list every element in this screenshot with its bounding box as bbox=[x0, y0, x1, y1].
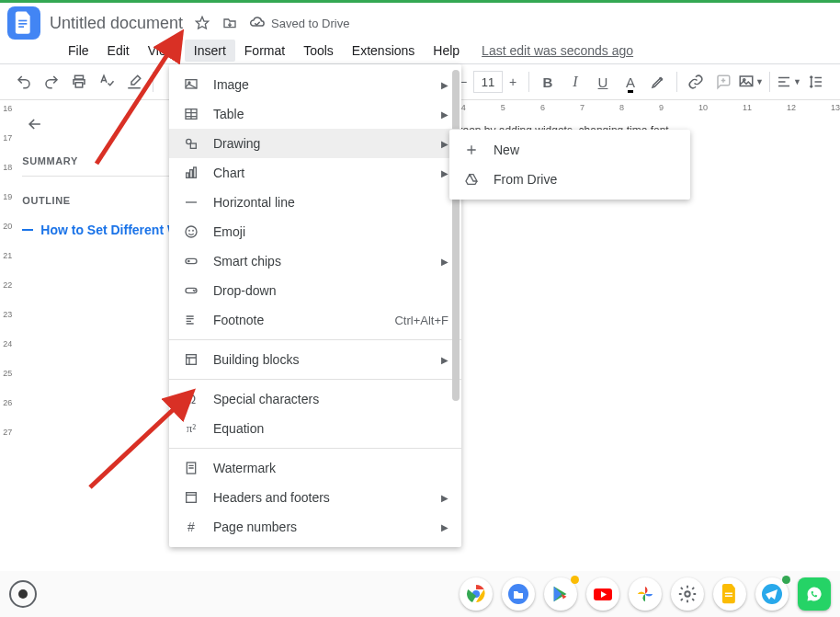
svg-rect-19 bbox=[186, 258, 197, 263]
highlight-button[interactable] bbox=[645, 69, 671, 95]
insert-image-button[interactable]: ▼ bbox=[738, 69, 764, 95]
insert-equation-item[interactable]: π²Equation bbox=[169, 414, 461, 443]
menu-extensions[interactable]: Extensions bbox=[343, 40, 424, 62]
svg-rect-32 bbox=[725, 593, 732, 594]
svg-point-20 bbox=[188, 260, 189, 261]
app-telegram[interactable] bbox=[755, 577, 789, 611]
hash-icon: # bbox=[182, 520, 200, 534]
app-photos[interactable] bbox=[629, 577, 662, 611]
menu-insert[interactable]: Insert bbox=[185, 40, 235, 62]
dropdown-icon bbox=[182, 283, 200, 298]
annotation-arrow-specialchars bbox=[83, 395, 193, 497]
insert-drawing-item[interactable]: Drawing▶ bbox=[169, 129, 461, 158]
footnote-icon bbox=[182, 313, 200, 327]
svg-line-26 bbox=[90, 408, 175, 487]
redo-button[interactable] bbox=[39, 69, 64, 95]
svg-rect-0 bbox=[18, 20, 27, 22]
app-play[interactable] bbox=[544, 577, 577, 611]
insert-chart-item[interactable]: Chart▶ bbox=[169, 158, 461, 188]
star-icon[interactable] bbox=[194, 15, 210, 31]
insert-image-item[interactable]: Image▶ bbox=[169, 70, 461, 99]
drawing-new-item[interactable]: New bbox=[449, 135, 690, 165]
insert-hr-item[interactable]: Horizontal line bbox=[169, 188, 461, 217]
building-icon bbox=[182, 352, 200, 367]
insert-link-button[interactable] bbox=[683, 69, 709, 95]
drive-icon bbox=[462, 172, 481, 187]
align-button[interactable]: ▼ bbox=[776, 69, 801, 95]
plus-icon bbox=[462, 143, 481, 157]
drawing-submenu: New From Drive bbox=[449, 130, 690, 200]
insert-dropdown-item[interactable]: Drop-down bbox=[169, 276, 461, 305]
svg-rect-15 bbox=[194, 167, 197, 177]
insert-buildingblocks-item[interactable]: Building blocks▶ bbox=[169, 345, 461, 374]
undo-button[interactable] bbox=[11, 69, 37, 95]
menu-help[interactable]: Help bbox=[424, 40, 469, 62]
vertical-ruler: 161718192021222324252627 bbox=[0, 100, 15, 571]
svg-point-17 bbox=[189, 230, 190, 231]
docs-logo[interactable] bbox=[7, 6, 40, 40]
svg-point-16 bbox=[186, 226, 197, 237]
last-edit-link[interactable]: Last edit was seconds ago bbox=[482, 43, 633, 58]
cloud-icon bbox=[249, 15, 266, 31]
app-chrome[interactable] bbox=[460, 577, 493, 611]
bold-button[interactable]: B bbox=[535, 69, 561, 95]
line-spacing-button[interactable] bbox=[803, 69, 829, 95]
drawing-fromdrive-item[interactable]: From Drive bbox=[449, 165, 690, 194]
insert-smartchips-item[interactable]: Smart chips▶ bbox=[169, 246, 461, 276]
insert-footnote-item[interactable]: FootnoteCtrl+Alt+F bbox=[169, 305, 461, 335]
title-bar: Untitled document Saved to Drive bbox=[0, 3, 840, 38]
outline-marker bbox=[22, 229, 33, 231]
menu-format[interactable]: Format bbox=[235, 40, 294, 62]
launcher-button[interactable] bbox=[9, 580, 37, 608]
svg-rect-5 bbox=[75, 83, 83, 87]
svg-rect-1 bbox=[18, 23, 27, 25]
svg-marker-3 bbox=[196, 17, 208, 29]
svg-rect-12 bbox=[190, 143, 196, 148]
annotation-arrow-insert bbox=[87, 44, 188, 173]
insert-headersfooters-item[interactable]: Headers and footers▶ bbox=[169, 483, 461, 512]
app-youtube[interactable] bbox=[586, 577, 619, 611]
svg-line-25 bbox=[96, 53, 168, 164]
document-title[interactable]: Untitled document bbox=[50, 14, 183, 33]
svg-rect-22 bbox=[187, 355, 197, 365]
underline-button[interactable]: U bbox=[590, 69, 616, 95]
italic-button[interactable]: I bbox=[562, 69, 588, 95]
font-size-increase[interactable]: + bbox=[503, 71, 523, 93]
app-files[interactable] bbox=[502, 577, 535, 611]
text-color-button[interactable]: A bbox=[618, 69, 643, 95]
menu-tools[interactable]: Tools bbox=[294, 40, 343, 62]
insert-menu-dropdown: Image▶ Table▶ Drawing▶ Chart▶ Horizontal… bbox=[169, 64, 461, 547]
svg-point-18 bbox=[193, 230, 194, 231]
smartchip-icon bbox=[182, 254, 200, 269]
app-settings[interactable] bbox=[671, 577, 704, 611]
line-icon bbox=[182, 195, 200, 210]
font-size-control: − 11 + bbox=[453, 71, 523, 93]
svg-rect-13 bbox=[187, 173, 189, 177]
save-status-text: Saved to Drive bbox=[271, 17, 349, 30]
insert-specialchars-item[interactable]: ΩSpecial characters bbox=[169, 384, 461, 414]
svg-rect-14 bbox=[190, 170, 193, 178]
svg-rect-2 bbox=[18, 26, 24, 28]
insert-pagenumbers-item[interactable]: #Page numbers▶ bbox=[169, 512, 461, 542]
add-comment-button[interactable] bbox=[710, 69, 736, 95]
svg-rect-4 bbox=[75, 75, 84, 79]
save-status[interactable]: Saved to Drive bbox=[249, 15, 349, 31]
app-whatsapp[interactable] bbox=[798, 577, 831, 611]
move-icon[interactable] bbox=[221, 15, 238, 31]
svg-rect-33 bbox=[725, 595, 732, 596]
font-size-value[interactable]: 11 bbox=[473, 71, 503, 93]
insert-table-item[interactable]: Table▶ bbox=[169, 99, 461, 129]
insert-watermark-item[interactable]: Watermark bbox=[169, 453, 461, 483]
svg-point-31 bbox=[685, 591, 690, 597]
emoji-icon bbox=[182, 224, 200, 239]
app-docs[interactable] bbox=[713, 577, 746, 611]
close-outline-button[interactable] bbox=[22, 111, 48, 137]
taskbar bbox=[0, 571, 840, 617]
insert-emoji-item[interactable]: Emoji bbox=[169, 217, 461, 246]
